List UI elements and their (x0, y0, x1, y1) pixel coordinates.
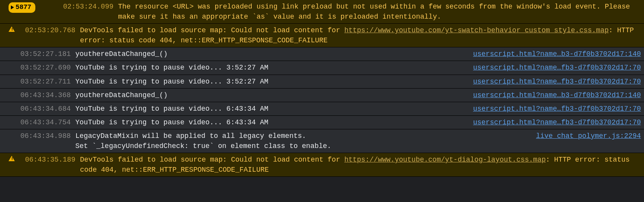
source-link[interactable]: userscript.html?name…fb3-d7f0b3702d17:70 (473, 64, 641, 71)
source-link[interactable]: live_chat_polymer.js:2294 (536, 132, 641, 140)
warning-icon (9, 156, 15, 161)
console-row[interactable]: 03:52:27.711YouTube is trying to pause v… (0, 75, 644, 89)
console-row[interactable]: 02:53:20.768DevTools failed to load sour… (0, 24, 644, 47)
console-row[interactable]: 03:52:27.690YouTube is trying to pause v… (0, 61, 644, 75)
source-link[interactable]: userscript.html?name…b3-d7f0b3702d17:140 (473, 91, 641, 99)
repeat-count-badge[interactable]: 5877 (9, 2, 35, 13)
console-row[interactable]: 587702:53:24.099The resource <URL> was p… (0, 0, 644, 24)
timestamp: 06:43:34.754 (9, 117, 75, 127)
source-link[interactable]: userscript.html?name…fb3-d7f0b3702d17:70 (473, 105, 641, 113)
console-log-panel: 587702:53:24.099The resource <URL> was p… (0, 0, 644, 177)
timestamp: 03:52:27.690 (9, 63, 75, 73)
source-location: userscript.html?name…fb3-d7f0b3702d17:70 (468, 63, 641, 73)
log-message-text: DevTools failed to load source map: Coul… (80, 26, 345, 34)
console-row[interactable]: 03:52:27.181youthereDataChanged_()usersc… (0, 47, 644, 61)
message-url-link[interactable]: https://www.youtube.com/yt-dialog-layout… (345, 156, 546, 164)
source-location: userscript.html?name…b3-d7f0b3702d17:140 (468, 49, 641, 59)
timestamp: 06:43:34.988 (9, 131, 75, 141)
log-message: DevTools failed to load source map: Coul… (80, 155, 641, 175)
timestamp: 06:43:34.684 (9, 104, 75, 114)
timestamp: 03:52:27.711 (9, 77, 75, 87)
timestamp: 02:53:24.099 (51, 2, 118, 12)
console-row[interactable]: 06:43:34.988LegacyDataMixin will be appl… (0, 129, 644, 153)
source-link[interactable]: userscript.html?name…fb3-d7f0b3702d17:70 (473, 78, 641, 85)
source-location: userscript.html?name…fb3-d7f0b3702d17:70 (468, 104, 641, 114)
log-message: youthereDataChanged_() (75, 90, 468, 100)
console-row[interactable]: 06:43:34.684YouTube is trying to pause v… (0, 102, 644, 116)
source-location: userscript.html?name…b3-d7f0b3702d17:140 (468, 90, 641, 100)
log-message-text: youthereDataChanged_() (75, 50, 168, 58)
log-message: LegacyDataMixin will be applied to all l… (75, 131, 531, 151)
repeat-count: 5877 (16, 3, 31, 12)
source-link[interactable]: userscript.html?name…fb3-d7f0b3702d17:70 (473, 118, 641, 126)
log-message-text: LegacyDataMixin will be applied to all l… (75, 132, 306, 140)
log-message-text: Set `_legacyUndefinedCheck: true` on ele… (75, 142, 331, 150)
log-message-text: The resource <URL> was preloaded using l… (118, 3, 630, 21)
log-message: YouTube is trying to pause video... 6:43… (75, 104, 468, 114)
warning-icon (9, 26, 15, 32)
log-message-text: DevTools failed to load source map: Coul… (80, 156, 345, 164)
disclosure-triangle-icon (11, 5, 14, 9)
log-message-text: YouTube is trying to pause video... 6:43… (75, 118, 268, 126)
log-message: YouTube is trying to pause video... 6:43… (75, 117, 468, 127)
message-url-link[interactable]: https://www.youtube.com/yt-swatch-behavi… (345, 26, 609, 34)
source-location: userscript.html?name…fb3-d7f0b3702d17:70 (468, 117, 641, 127)
source-location: live_chat_polymer.js:2294 (531, 131, 641, 141)
log-message: YouTube is trying to pause video... 3:52… (75, 63, 468, 73)
log-message-text: youthereDataChanged_() (75, 91, 168, 99)
console-row[interactable]: 06:43:34.368youthereDataChanged_()usersc… (0, 89, 644, 102)
timestamp: 06:43:34.368 (9, 90, 75, 100)
source-location: userscript.html?name…fb3-d7f0b3702d17:70 (468, 77, 641, 87)
console-row[interactable]: 06:43:34.754YouTube is trying to pause v… (0, 116, 644, 129)
log-message: YouTube is trying to pause video... 3:52… (75, 77, 468, 87)
log-message: youthereDataChanged_() (75, 49, 468, 59)
log-message-text: YouTube is trying to pause video... 3:52… (75, 64, 268, 71)
log-message: DevTools failed to load source map: Coul… (80, 25, 641, 45)
source-link[interactable]: userscript.html?name…b3-d7f0b3702d17:140 (473, 50, 641, 58)
timestamp: 06:43:35.189 (17, 155, 80, 165)
log-message-text: YouTube is trying to pause video... 3:52… (75, 78, 268, 85)
log-message: The resource <URL> was preloaded using l… (118, 2, 641, 22)
console-row[interactable]: 06:43:35.189DevTools failed to load sour… (0, 153, 644, 177)
timestamp: 02:53:20.768 (17, 25, 80, 35)
log-message-text: YouTube is trying to pause video... 6:43… (75, 105, 268, 113)
timestamp: 03:52:27.181 (9, 49, 75, 59)
